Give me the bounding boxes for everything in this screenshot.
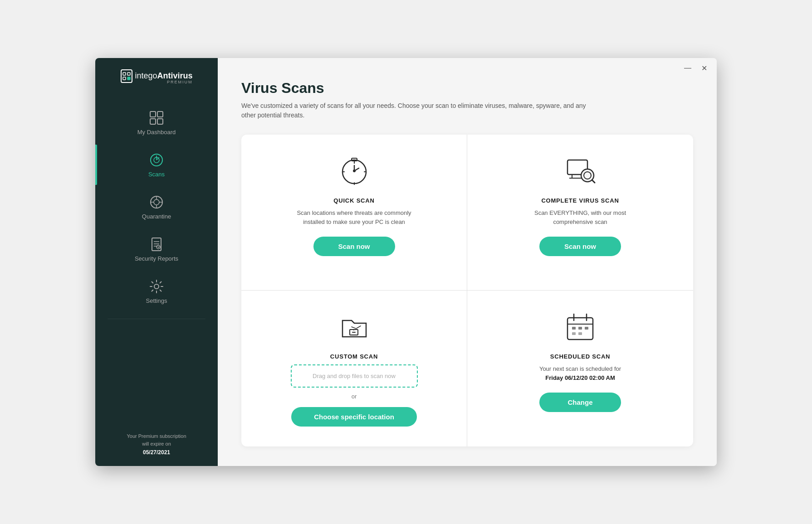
logo-area: intego Antivirus PREMIUM bbox=[120, 69, 192, 86]
svg-rect-3 bbox=[123, 77, 126, 80]
security-reports-icon bbox=[148, 236, 165, 252]
close-button[interactable]: ✕ bbox=[699, 63, 709, 73]
nav-divider bbox=[108, 319, 205, 319]
svg-rect-18 bbox=[152, 238, 161, 251]
quick-scan-icon bbox=[338, 155, 371, 189]
title-bar: — ✕ bbox=[675, 58, 717, 78]
svg-rect-46 bbox=[578, 327, 582, 330]
sidebar-item-quarantine-label: Quarantine bbox=[142, 213, 171, 220]
svg-rect-5 bbox=[150, 112, 156, 117]
sidebar-item-security-reports[interactable]: Security Reports bbox=[95, 229, 218, 269]
scheduled-scan-date: Friday 06/12/20 02:00 AM bbox=[545, 374, 615, 381]
custom-scan-cell: CUSTOM SCAN Drag and drop files to scan … bbox=[241, 291, 467, 446]
custom-scan-button[interactable]: Choose specific location bbox=[291, 407, 417, 427]
svg-rect-47 bbox=[585, 327, 588, 330]
drag-drop-area[interactable]: Drag and drop files to scan now bbox=[291, 364, 418, 388]
subscription-info: Your Premium subscription will expire on… bbox=[117, 432, 195, 457]
svg-rect-2 bbox=[127, 73, 130, 75]
logo: intego Antivirus PREMIUM bbox=[120, 69, 192, 86]
settings-icon bbox=[148, 278, 165, 295]
scheduled-scan-description: Your next scan is scheduled for Friday 0… bbox=[539, 364, 621, 383]
sidebar-item-quarantine[interactable]: Quarantine bbox=[95, 187, 218, 227]
sidebar-item-settings[interactable]: Settings bbox=[95, 271, 218, 311]
quick-scan-cell: QUICK SCAN Scan locations where threats … bbox=[241, 135, 467, 291]
svg-rect-49 bbox=[578, 332, 582, 335]
svg-point-23 bbox=[154, 284, 159, 289]
svg-rect-8 bbox=[157, 119, 163, 124]
complete-scan-cell: COMPLETE VIRUS SCAN Scan EVERYTHING, wit… bbox=[467, 135, 693, 291]
sidebar-item-settings-label: Settings bbox=[146, 297, 167, 304]
app-window: — ✕ bbox=[95, 58, 717, 466]
svg-rect-6 bbox=[157, 112, 163, 117]
complete-scan-icon bbox=[564, 155, 597, 189]
sidebar-item-dashboard-label: My Dashboard bbox=[137, 129, 176, 136]
scan-grid-container: QUICK SCAN Scan locations where threats … bbox=[241, 135, 693, 446]
logo-intego: intego bbox=[135, 71, 157, 81]
custom-scan-icon bbox=[338, 311, 371, 345]
svg-line-37 bbox=[592, 180, 595, 183]
scheduled-scan-change-button[interactable]: Change bbox=[539, 393, 621, 412]
logo-text-area: intego Antivirus PREMIUM bbox=[135, 71, 192, 84]
scan-grid: QUICK SCAN Scan locations where threats … bbox=[241, 135, 693, 446]
sidebar-nav: My Dashboard Scans bbox=[95, 102, 218, 311]
page-subtitle: We've customized a variety of scans for … bbox=[241, 101, 586, 120]
sidebar-item-dashboard[interactable]: My Dashboard bbox=[95, 102, 218, 143]
quick-scan-description: Scan locations where threats are commonl… bbox=[291, 209, 418, 227]
complete-scan-button[interactable]: Scan now bbox=[539, 237, 621, 256]
logo-icon bbox=[120, 69, 133, 86]
quick-scan-button[interactable]: Scan now bbox=[313, 237, 395, 256]
svg-rect-48 bbox=[572, 332, 576, 335]
svg-point-13 bbox=[154, 199, 159, 205]
complete-scan-label: COMPLETE VIRUS SCAN bbox=[541, 197, 619, 204]
svg-rect-7 bbox=[150, 119, 156, 124]
or-text: or bbox=[352, 393, 357, 400]
svg-rect-1 bbox=[123, 73, 126, 75]
quarantine-icon bbox=[148, 194, 165, 210]
scheduled-scan-cell: SCHEDULED SCAN Your next scan is schedul… bbox=[467, 291, 693, 446]
content-area: Virus Scans We've customized a variety o… bbox=[218, 58, 717, 466]
subscription-line2: will expire on bbox=[142, 441, 171, 446]
subscription-date: 05/27/2021 bbox=[143, 449, 170, 456]
svg-rect-0 bbox=[121, 70, 132, 82]
logo-antivirus: Antivirus bbox=[157, 71, 193, 81]
main-layout: intego Antivirus PREMIUM bbox=[95, 58, 717, 466]
subscription-line1: Your Premium subscription bbox=[127, 433, 186, 439]
scheduled-scan-icon bbox=[564, 311, 597, 345]
quick-scan-label: QUICK SCAN bbox=[333, 197, 374, 204]
svg-rect-4 bbox=[127, 77, 130, 80]
sidebar-item-scans[interactable]: Scans bbox=[95, 145, 218, 185]
drag-drop-placeholder: Drag and drop files to scan now bbox=[313, 373, 396, 379]
dashboard-icon bbox=[148, 110, 165, 126]
complete-scan-description: Scan EVERYTHING, with our most comprehen… bbox=[517, 209, 644, 227]
sidebar: intego Antivirus PREMIUM bbox=[95, 58, 218, 466]
sidebar-item-scans-label: Scans bbox=[148, 171, 165, 178]
sidebar-item-security-reports-label: Security Reports bbox=[135, 255, 178, 262]
minimize-button[interactable]: — bbox=[683, 63, 692, 73]
page-title: Virus Scans bbox=[241, 80, 693, 97]
scans-icon bbox=[148, 152, 165, 168]
custom-scan-label: CUSTOM SCAN bbox=[330, 353, 378, 360]
scheduled-scan-label: SCHEDULED SCAN bbox=[550, 353, 611, 360]
scheduled-scan-desc-line1: Your next scan is scheduled for bbox=[539, 365, 621, 372]
svg-rect-45 bbox=[572, 327, 576, 330]
